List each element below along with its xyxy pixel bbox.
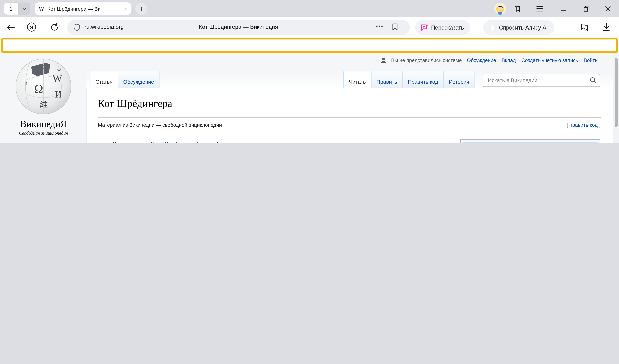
browser-tab[interactable]: W Кот Шрёдингера — Ви × bbox=[35, 2, 131, 15]
plus-icon: + bbox=[139, 5, 143, 12]
article-title: Кот Шрёдингера bbox=[98, 98, 172, 110]
wikipedia-page: Вы не представились системе ОбсуждениеВк… bbox=[0, 53, 613, 143]
profile-avatar[interactable] bbox=[494, 3, 506, 15]
address-bar[interactable]: ru.wikipedia.org Кот Шрёдингера — Википе… bbox=[67, 20, 410, 35]
personal-links: ОбсуждениеВкладСоздать учётную записьВой… bbox=[467, 57, 598, 63]
article-content: Кот Шрёдингера Материал из Википедии — с… bbox=[86, 88, 613, 143]
tab-counter-button[interactable]: 1 bbox=[4, 3, 18, 15]
back-button[interactable] bbox=[6, 23, 16, 32]
ask-alice-button[interactable]: Спросить Алису AI bbox=[483, 20, 554, 35]
close-icon bbox=[605, 6, 611, 12]
retell-icon bbox=[420, 23, 429, 32]
minimize-button[interactable] bbox=[559, 4, 568, 14]
yandex-icon: Я bbox=[27, 22, 36, 32]
namespace-tabs: СтатьяОбсуждение bbox=[90, 71, 160, 88]
title-divider bbox=[98, 117, 601, 118]
more-actions-icon[interactable]: ••• bbox=[376, 23, 384, 29]
reload-icon bbox=[50, 23, 59, 32]
collections-button[interactable] bbox=[579, 22, 589, 32]
tab-list-chevron-button[interactable] bbox=[18, 3, 30, 15]
retell-label: Пересказать bbox=[431, 24, 464, 31]
page-title-center: Кот Шрёдингера — Википедия bbox=[67, 24, 410, 30]
reload-button[interactable] bbox=[50, 22, 59, 32]
restore-icon bbox=[583, 6, 590, 12]
wikipedia-logo[interactable]: Ω W И 維 ウィ ব ව ВикипедиЯ Свободная энцик… bbox=[3, 56, 84, 136]
svg-text:維: 維 bbox=[40, 100, 48, 109]
bookmarks-bar: Work MailЯБлог Яндекса♪Yandex Music: WeЯ… bbox=[0, 37, 619, 53]
minimize-icon bbox=[561, 6, 566, 12]
hatnote[interactable]: О журнале см. Кот Шрёдингера (журнал). bbox=[112, 141, 220, 143]
page-scrollbar[interactable] bbox=[613, 53, 619, 143]
personal-link[interactable]: Войти bbox=[584, 57, 598, 63]
retell-ai-button[interactable]: Пересказать bbox=[415, 20, 470, 35]
svg-text:ව: ව bbox=[57, 66, 61, 72]
infobox-title[interactable]: Квантовая механика bbox=[463, 142, 598, 143]
chevron-down-icon bbox=[22, 7, 26, 10]
back-arrow-icon bbox=[7, 24, 15, 31]
svg-text:W: W bbox=[53, 73, 62, 84]
scrollbar-thumb[interactable] bbox=[615, 58, 618, 127]
bookmark-page-icon[interactable] bbox=[392, 23, 398, 31]
svg-text:Я: Я bbox=[30, 25, 33, 29]
browser-toolbar: Я ru.wikipedia.org Кот Шрёдингера — Вики… bbox=[0, 17, 619, 37]
search-icon[interactable] bbox=[590, 77, 596, 84]
wikipedia-favicon: W bbox=[39, 5, 44, 12]
side-panel-button[interactable] bbox=[513, 4, 523, 14]
article-tab[interactable]: Править bbox=[371, 71, 403, 88]
personal-link[interactable]: Обсуждение bbox=[467, 57, 496, 63]
menu-button[interactable] bbox=[535, 4, 544, 14]
svg-text:ウィ: ウィ bbox=[42, 64, 50, 69]
logo-tagline: Свободная энциклопедия bbox=[3, 130, 84, 136]
tab-title: Кот Шрёдингера — Ви bbox=[47, 6, 121, 12]
alice-label: Спросить Алису AI bbox=[499, 24, 548, 31]
wikipedia-globe-icon: Ω W И 維 ウィ ব ව bbox=[14, 56, 73, 116]
browser-window: 1 W Кот Шрёдингера — Ви × + bbox=[0, 0, 619, 143]
sidebar-nav-main: Заглавная страницаСодержаниеИзбранные ст… bbox=[14, 141, 61, 143]
personal-link[interactable]: Вклад bbox=[502, 57, 516, 63]
article-tab[interactable]: История bbox=[444, 71, 475, 88]
bookmarks-panel-icon bbox=[514, 5, 522, 13]
quantum-mechanics-infobox: Квантовая механика Введение[англ.] · Ист… bbox=[460, 140, 600, 143]
wiki-search-box[interactable] bbox=[483, 74, 600, 87]
personal-link[interactable]: Создать учётную запись bbox=[521, 57, 578, 63]
avatar-image bbox=[494, 3, 506, 15]
article-tab[interactable]: Читать bbox=[343, 71, 371, 88]
hamburger-icon bbox=[536, 6, 543, 12]
wiki-search-input[interactable] bbox=[487, 77, 590, 84]
article-subtitle: Материал из Википедии — свободной энцикл… bbox=[98, 122, 222, 128]
article-tab[interactable]: Статья bbox=[90, 71, 118, 88]
article-tab[interactable]: Обсуждение bbox=[118, 71, 160, 88]
toolbar-divider bbox=[572, 21, 572, 34]
svg-text:И: И bbox=[55, 89, 62, 99]
svg-text:ব: ব bbox=[25, 80, 27, 86]
downloads-button[interactable] bbox=[602, 22, 611, 32]
personal-bar: Вы не представились системе ОбсуждениеВк… bbox=[381, 57, 598, 63]
anon-notice: Вы не представились системе bbox=[391, 57, 462, 63]
svg-text:Ω: Ω bbox=[34, 82, 43, 95]
user-icon bbox=[381, 57, 386, 63]
tab-close-icon[interactable]: × bbox=[124, 6, 127, 12]
logo-wordmark: ВикипедиЯ bbox=[3, 119, 84, 129]
collections-icon bbox=[580, 23, 589, 32]
maximize-button[interactable] bbox=[582, 4, 591, 14]
yandex-home-button[interactable]: Я bbox=[27, 22, 36, 32]
edit-code-link[interactable]: [ править код ] bbox=[567, 122, 600, 128]
new-tab-button[interactable]: + bbox=[135, 3, 147, 15]
tab-bar: 1 W Кот Шрёдингера — Ви × + bbox=[0, 0, 619, 17]
download-icon bbox=[603, 23, 610, 32]
view-tabs: ЧитатьПравитьПравить кодИстория bbox=[343, 71, 475, 88]
close-window-button[interactable] bbox=[603, 4, 613, 14]
article-tab[interactable]: Править код bbox=[403, 71, 444, 88]
